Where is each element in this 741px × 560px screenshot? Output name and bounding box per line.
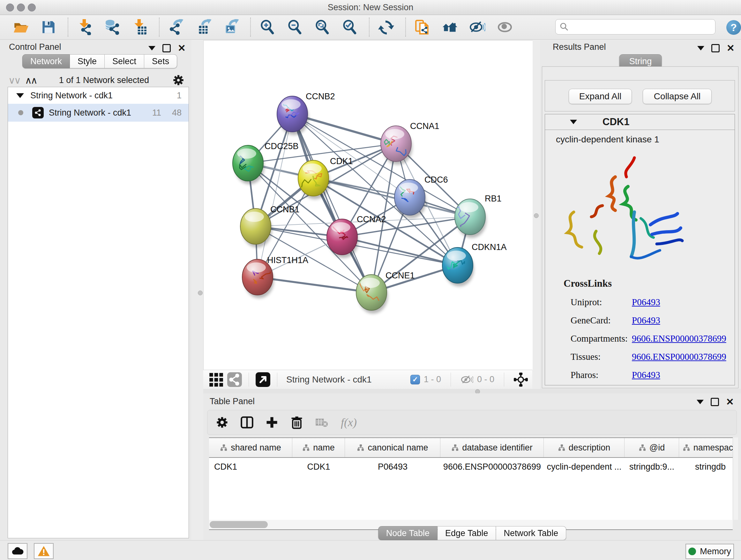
protein-structure-image — [555, 145, 692, 273]
table-collapse-icon[interactable] — [697, 400, 704, 404]
network-node-CDKN1A[interactable]: CDKN1A — [442, 242, 507, 287]
export-table-icon[interactable] — [195, 19, 212, 36]
hidden-nodes-edges-count: 0 - 0 — [477, 374, 494, 384]
tab-sets[interactable]: Sets — [144, 54, 177, 68]
table-float-icon[interactable] — [711, 398, 719, 406]
results-collapse-icon[interactable] — [697, 46, 704, 51]
network-canvas[interactable]: CCNB2CCNA1CDC25BCDK1CDC6RB1CCNB1CCNA2CDK… — [203, 40, 533, 370]
panel-float-icon[interactable] — [162, 44, 171, 52]
network-node-CDC6[interactable]: CDC6 — [394, 175, 448, 219]
homes-icon[interactable] — [442, 19, 458, 36]
tab-network[interactable]: Network — [22, 54, 70, 68]
crosslink-link[interactable]: P06493 — [632, 370, 660, 380]
network-node-CDK1[interactable]: CDK1 — [298, 157, 353, 199]
network-node-CCNA2[interactable]: CCNA2 — [327, 214, 386, 258]
expand-all-networks-icon[interactable]: ∧∧ — [25, 75, 37, 86]
network-node-CCNE1[interactable]: CCNE1 — [356, 271, 415, 314]
zoom-out-icon[interactable] — [286, 19, 303, 36]
network-node-CDC25B[interactable]: CDC25B — [232, 141, 299, 184]
selected-indicator-checkbox[interactable]: ✓ — [410, 375, 420, 384]
warning-icon — [37, 545, 50, 557]
search-input[interactable] — [569, 20, 715, 33]
collection-expander-icon[interactable] — [16, 93, 24, 98]
panel-collapse-icon[interactable] — [148, 46, 155, 51]
fit-selected-crosshair-icon[interactable] — [514, 373, 528, 387]
show-column-selector-icon[interactable] — [239, 415, 255, 430]
save-session-icon[interactable] — [40, 19, 57, 36]
refresh-layout-icon[interactable] — [378, 19, 394, 36]
view-network-mode-icon[interactable] — [226, 371, 243, 388]
column-header-name[interactable]: name — [292, 438, 345, 457]
network-edge-count: 48 — [172, 108, 182, 118]
memory-button[interactable]: Memory — [685, 544, 734, 559]
column-header-description[interactable]: description — [544, 438, 624, 457]
column-header-@id[interactable]: @id — [624, 438, 679, 457]
column-header-database-identifier[interactable]: database identifier — [441, 438, 544, 457]
open-session-icon[interactable] — [13, 19, 29, 36]
function-builder-fx-icon: f(x) — [341, 416, 357, 429]
node-label-CDK1: CDK1 — [330, 157, 353, 166]
crosslink-link[interactable]: P06493 — [632, 297, 660, 307]
node-section-header[interactable]: CDK1 — [545, 114, 735, 130]
cloud-icon — [11, 546, 24, 556]
network-row[interactable]: String Network - cdk1 11 48 — [8, 104, 189, 122]
table-vertical-scrollbar[interactable] — [733, 437, 738, 520]
birdseye-view-icon[interactable] — [255, 371, 271, 388]
cloud-status-button[interactable] — [8, 543, 27, 559]
collapse-all-networks-icon[interactable]: ∨∨ — [8, 75, 20, 86]
table-row[interactable]: CDK1CDK1P064939606.ENSP00000378699cyclin… — [209, 458, 733, 476]
scrollbar-thumb[interactable] — [210, 521, 268, 528]
crosslink-link[interactable]: P06493 — [632, 315, 660, 326]
clone-network-icon[interactable] — [414, 19, 431, 36]
tab-edge-table[interactable]: Edge Table — [437, 526, 496, 540]
right-splitter-grip[interactable] — [534, 213, 539, 218]
memory-label: Memory — [700, 547, 731, 557]
warnings-button[interactable] — [34, 543, 54, 559]
table-cell: 9606.ENSP00000378699 — [441, 458, 544, 476]
table-cell: CDK1 — [209, 458, 292, 476]
hide-selected-icon[interactable] — [469, 19, 486, 36]
view-grid-mode-icon[interactable] — [208, 371, 224, 388]
crosslink-link[interactable]: 9606.ENSP00000378699 — [632, 333, 726, 344]
zoom-in-icon[interactable] — [259, 19, 276, 36]
tab-select[interactable]: Select — [105, 54, 144, 68]
crosslink-link[interactable]: 9606.ENSP00000378699 — [632, 352, 726, 362]
network-collection-row[interactable]: String Network - cdk1 1 — [8, 87, 189, 104]
help-button[interactable]: ? — [726, 20, 741, 35]
column-header-shared-name[interactable]: shared name — [209, 438, 292, 457]
tab-node-table[interactable]: Node Table — [378, 526, 437, 540]
delete-column-trash-icon[interactable] — [289, 415, 305, 430]
import-network-database-icon[interactable] — [104, 19, 121, 36]
show-all-icon[interactable] — [496, 19, 513, 36]
table-close-icon[interactable]: ✕ — [726, 399, 734, 405]
tab-style[interactable]: Style — [70, 54, 105, 68]
network-node-CCNB2[interactable]: CCNB2 — [277, 91, 335, 135]
export-network-icon[interactable] — [168, 19, 185, 36]
node-description: cyclin-dependent kinase 1 — [556, 134, 735, 145]
import-network-file-icon[interactable] — [77, 19, 93, 36]
create-column-plus-icon[interactable] — [264, 415, 280, 430]
network-node-HIST1H1A[interactable]: HIST1H1A — [242, 255, 308, 298]
panel-close-icon[interactable]: ✕ — [178, 45, 186, 51]
column-header-canonical-name[interactable]: canonical name — [345, 438, 441, 457]
table-settings-gear-icon[interactable] — [214, 415, 230, 430]
left-splitter-grip[interactable] — [198, 291, 203, 295]
crosslink-label: GeneCard: — [570, 315, 632, 326]
network-node-CCNB1[interactable]: CCNB1 — [240, 205, 300, 247]
results-float-icon[interactable] — [711, 44, 720, 52]
import-table-file-icon[interactable] — [131, 19, 148, 36]
horizontal-splitter[interactable] — [203, 389, 741, 393]
search-icon — [559, 22, 569, 32]
expand-all-button[interactable]: Expand All — [569, 89, 632, 104]
section-expander-icon[interactable] — [570, 120, 577, 124]
network-options-gear-icon[interactable] — [172, 73, 185, 87]
zoom-fit-icon[interactable] — [314, 19, 331, 36]
network-node-RB1[interactable]: RB1 — [455, 194, 502, 238]
crosslink-label: Compartments: — [570, 333, 632, 344]
export-image-icon[interactable] — [223, 19, 239, 36]
tab-network-table[interactable]: Network Table — [496, 526, 566, 540]
collapse-all-button[interactable]: Collapse All — [643, 89, 712, 104]
zoom-selected-icon[interactable] — [341, 19, 358, 36]
results-close-icon[interactable]: ✕ — [727, 45, 735, 51]
column-header-namespace[interactable]: namespace — [679, 438, 733, 457]
